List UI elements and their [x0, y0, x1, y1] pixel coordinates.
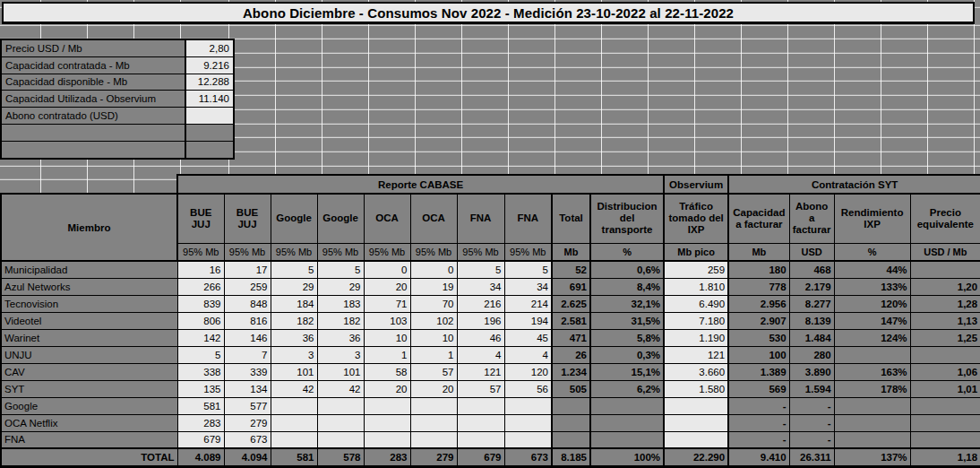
data-cell[interactable]: 58	[364, 363, 410, 380]
data-cell[interactable]	[410, 431, 457, 448]
total-label-cell[interactable]: TOTAL	[1, 448, 177, 466]
data-cell[interactable]: 1	[364, 346, 410, 363]
column-header[interactable]: OCA	[410, 194, 457, 243]
info-label[interactable]: Capacidad contratada - Mb	[1, 56, 185, 74]
data-cell[interactable]: 577	[224, 397, 271, 414]
data-cell[interactable]: 146	[224, 329, 271, 346]
data-cell[interactable]	[834, 414, 910, 431]
data-cell[interactable]: 8,4%	[590, 278, 664, 295]
member-column-header[interactable]: Miembro	[1, 194, 177, 261]
member-name-cell[interactable]: Tecnovision	[1, 295, 177, 312]
group-header-contratacion-syt[interactable]: Contratación SYT	[728, 175, 980, 194]
data-cell[interactable]: -	[789, 414, 834, 431]
column-header-total[interactable]: Total	[552, 194, 590, 243]
data-cell[interactable]	[457, 397, 504, 414]
data-cell[interactable]: 142	[177, 329, 224, 346]
info-label[interactable]	[1, 141, 185, 158]
data-cell[interactable]: 134	[224, 380, 271, 397]
data-cell[interactable]: 52	[552, 261, 590, 278]
unit-header[interactable]: 95% Mb	[457, 243, 504, 261]
data-cell[interactable]: -	[728, 397, 789, 414]
data-cell[interactable]: 1,28	[910, 295, 980, 312]
column-header-precio[interactable]: Precio equivalente	[910, 194, 980, 243]
data-cell[interactable]	[457, 414, 504, 431]
info-label[interactable]: Capacidad disponible - Mb	[1, 74, 185, 91]
data-cell[interactable]: 806	[177, 312, 224, 329]
data-cell[interactable]: 101	[317, 363, 364, 380]
data-cell[interactable]: 0,6%	[590, 261, 664, 278]
data-cell[interactable]: 471	[552, 329, 590, 346]
data-cell[interactable]: 22.290	[664, 448, 728, 466]
column-header-capacidad[interactable]: Capacidad a facturar	[728, 194, 789, 243]
data-cell[interactable]: 147%	[834, 312, 910, 329]
data-cell[interactable]: 10	[410, 329, 457, 346]
data-cell[interactable]: 196	[457, 312, 504, 329]
data-cell[interactable]: 100	[728, 346, 789, 363]
column-header[interactable]: FNA	[457, 194, 504, 243]
data-cell[interactable]: 4.094	[224, 448, 271, 466]
data-cell[interactable]: 1,06	[910, 363, 980, 380]
data-cell[interactable]: 2.625	[552, 295, 590, 312]
data-cell[interactable]	[410, 414, 457, 431]
info-label[interactable]: Abono contratado (USD)	[1, 108, 185, 125]
column-header[interactable]: Google	[271, 194, 317, 243]
data-cell[interactable]: 679	[457, 448, 504, 466]
data-cell[interactable]	[504, 397, 552, 414]
data-cell[interactable]: 42	[271, 380, 317, 397]
data-cell[interactable]	[834, 431, 910, 448]
data-cell[interactable]: 848	[224, 295, 271, 312]
data-cell[interactable]: 679	[177, 431, 224, 448]
data-cell[interactable]: 5	[504, 261, 552, 278]
data-cell[interactable]	[552, 431, 590, 448]
column-header[interactable]: Google	[317, 194, 364, 243]
column-header-trafico-ixp[interactable]: Tráfico tomado del IXP	[664, 194, 728, 243]
unit-header[interactable]: USD	[789, 243, 834, 261]
data-cell[interactable]: 182	[271, 312, 317, 329]
info-value[interactable]: 2,80	[185, 39, 234, 56]
data-cell[interactable]: 194	[504, 312, 552, 329]
data-cell[interactable]: 6,2%	[590, 380, 664, 397]
data-cell[interactable]: 6.490	[664, 295, 728, 312]
data-cell[interactable]	[910, 431, 980, 448]
data-cell[interactable]: 2.179	[789, 278, 834, 295]
data-cell[interactable]: 4.089	[177, 448, 224, 466]
data-cell[interactable]: 673	[504, 448, 552, 466]
data-cell[interactable]: 505	[552, 380, 590, 397]
unit-header[interactable]: 95% Mb	[410, 243, 457, 261]
data-cell[interactable]: 2.956	[728, 295, 789, 312]
data-cell[interactable]: -	[789, 431, 834, 448]
data-cell[interactable]: 1.190	[664, 329, 728, 346]
data-cell[interactable]: 5,8%	[590, 329, 664, 346]
data-cell[interactable]: 57	[410, 363, 457, 380]
data-cell[interactable]: 214	[504, 295, 552, 312]
data-cell[interactable]	[590, 414, 664, 431]
column-header[interactable]: BUE JUJ	[224, 194, 271, 243]
info-value[interactable]: 12.288	[185, 74, 234, 91]
data-cell[interactable]: 8.139	[789, 312, 834, 329]
column-header[interactable]: OCA	[364, 194, 410, 243]
data-cell[interactable]: 8.185	[552, 448, 590, 466]
data-cell[interactable]: 1,25	[910, 329, 980, 346]
data-cell[interactable]: 180	[728, 261, 789, 278]
data-cell[interactable]: 137%	[834, 448, 910, 466]
data-cell[interactable]: 57	[457, 380, 504, 397]
data-cell[interactable]	[457, 431, 504, 448]
data-cell[interactable]: 4	[504, 346, 552, 363]
data-cell[interactable]: 259	[224, 278, 271, 295]
data-cell[interactable]: 1	[410, 346, 457, 363]
data-cell[interactable]: 20	[364, 380, 410, 397]
data-cell[interactable]: 1,01	[910, 380, 980, 397]
data-cell[interactable]	[910, 346, 980, 363]
data-cell[interactable]: 103	[364, 312, 410, 329]
data-cell[interactable]: 32,1%	[590, 295, 664, 312]
data-cell[interactable]: -	[789, 397, 834, 414]
data-cell[interactable]	[364, 414, 410, 431]
data-cell[interactable]: 4	[457, 346, 504, 363]
data-cell[interactable]: 0	[410, 261, 457, 278]
data-cell[interactable]: 29	[271, 278, 317, 295]
data-cell[interactable]: 19	[410, 278, 457, 295]
data-cell[interactable]	[410, 397, 457, 414]
data-cell[interactable]: 1.594	[789, 380, 834, 397]
data-cell[interactable]: 102	[410, 312, 457, 329]
data-cell[interactable]: 17	[224, 261, 271, 278]
